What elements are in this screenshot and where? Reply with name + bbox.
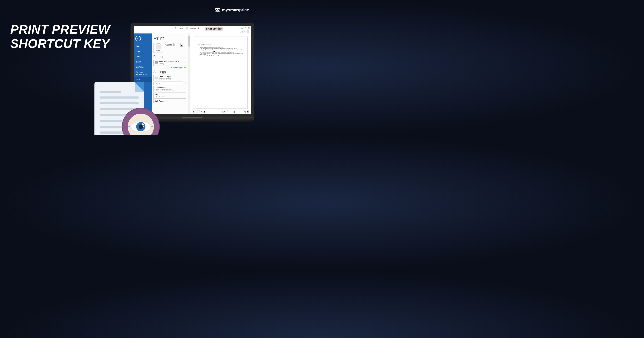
avatar-icon[interactable] (246, 30, 249, 33)
word-main: Print Print Copies: ▲ (152, 33, 251, 114)
window-controls: ? — ▢ ✕ (238, 27, 250, 29)
chevron-down-icon: ▼ (183, 100, 185, 102)
pages-option: Print All Pages (159, 76, 182, 78)
arrow-left-icon: ← (136, 37, 140, 40)
hero-line1: PRINT PREVIEW (10, 22, 110, 36)
print-heading: Print (153, 35, 186, 41)
doc-line: When the print window opens, click the r… (200, 52, 244, 53)
chevron-down-icon: ▼ (183, 95, 185, 96)
zoom-level: 35% (222, 111, 226, 113)
copies-input[interactable] (174, 43, 179, 46)
printer-icon (156, 44, 161, 49)
chevron-down-icon: ▼ (180, 45, 183, 46)
scroll-down-icon: ▼ (188, 111, 190, 114)
preview-panel: 3.2.5 Printing of Documents To print a d… (190, 33, 251, 114)
printer-select[interactable]: Send To OneNote 2013 Ready ▼ (153, 60, 186, 66)
sidebar-item-info[interactable]: Info (134, 44, 152, 49)
zoom-slider[interactable] (230, 112, 242, 112)
laptop-notch (182, 117, 203, 118)
scroll-up-icon: ▲ (188, 33, 190, 36)
sided-option: int One Sided (154, 86, 182, 89)
page-total: of 1 (200, 111, 204, 113)
sided-sub: y print on one side of th... (154, 89, 182, 91)
print-panel: Print Print Copies: ▲ (152, 33, 188, 114)
doc-list: To print a document, choose File ▸ print… (200, 45, 244, 56)
chevron-down-icon: ▼ (183, 62, 185, 64)
zoom-control: 35% − + ▣ (222, 111, 249, 113)
owl-icon (214, 7, 221, 13)
print-button-label: Print (156, 49, 160, 51)
help-button[interactable]: ? (238, 27, 240, 29)
signin-row: Sign in (134, 30, 251, 33)
copies-label: Copies: (166, 44, 172, 46)
signin-link[interactable]: Sign in (240, 31, 246, 33)
scroll-thumb[interactable] (188, 36, 190, 46)
magnifier-icon (122, 108, 160, 135)
minimize-button[interactable]: — (241, 27, 243, 29)
chevron-up-icon: ▲ (180, 43, 183, 45)
hero-line2: SHORTCUT KEY (10, 36, 110, 51)
current-page-input[interactable] (194, 111, 200, 113)
back-button[interactable]: ← (135, 36, 141, 41)
next-page-button[interactable]: ▶ (204, 111, 206, 113)
word-body: ← Info New Open Save Save As Save as Ado… (134, 33, 251, 114)
sidebar-item-open[interactable]: Open (134, 54, 152, 59)
zoom-out-button[interactable]: − (227, 111, 229, 113)
print-button[interactable]: Print (153, 43, 163, 53)
zoom-in-button[interactable]: + (243, 111, 246, 113)
titlebar: Document1 - Microsoft Word ? — ▢ ✕ (134, 26, 251, 30)
print-preview-callout: Print preview (204, 27, 223, 30)
printer-name: Send To OneNote 2013 (159, 61, 182, 63)
sidebar-item-new[interactable]: New (134, 49, 152, 54)
copies-spinner[interactable]: ▲ ▼ (180, 43, 183, 46)
sidebar-item-saveas[interactable]: Save As (134, 64, 152, 69)
pages-sub: The whole thing (159, 78, 182, 80)
printer-status: Ready (159, 63, 182, 65)
collated-select[interactable]: ated 3 1,2,3 1,2,3 ▼ (153, 92, 186, 98)
hero-title: PRINT PREVIEW SHORTCUT KEY (10, 22, 110, 51)
magnifier-illustration (122, 108, 160, 135)
brand-logo: mysmartprice (214, 7, 249, 13)
sidebar-item-save-adobe-pdf[interactable]: Save as Adobe PDF (134, 69, 152, 77)
fit-page-button[interactable]: ▣ (246, 111, 249, 113)
settings-scrollbar[interactable]: ▲ ▼ (188, 33, 190, 114)
callout-arrow-icon (214, 32, 214, 52)
doc-line: To print a specific portion of your docu… (200, 49, 244, 51)
orientation-option: rtrait Orientation (154, 100, 182, 102)
pages-input[interactable] (153, 81, 183, 85)
page-navigation: ◀ of 1 ▶ (192, 111, 206, 113)
doc-line: To print more than one page, enter the n… (200, 53, 244, 55)
svg-point-2 (216, 10, 217, 11)
printer-heading: Printer i (153, 55, 186, 59)
sidebar-item-save[interactable]: Save (134, 59, 152, 64)
doc-line: To print a document, choose File ▸ print… (200, 45, 244, 46)
restore-button[interactable]: ▢ (245, 27, 246, 29)
doc-line: The shortcut key is "Alt + F" ▸ Press W … (200, 55, 244, 56)
printer-device-icon (154, 61, 158, 64)
brand-name: mysmartprice (222, 7, 249, 12)
copies-control: Copies: ▲ ▼ (166, 43, 183, 46)
eye-icon (132, 122, 150, 131)
preview-footer: ◀ of 1 ▶ 35% − + ▣ (190, 110, 251, 114)
prev-page-button[interactable]: ◀ (192, 111, 194, 113)
settings-heading: Settings (153, 70, 186, 74)
collated-sub: 3 1,2,3 1,2,3 (154, 96, 182, 98)
pages-icon (154, 76, 158, 79)
close-button[interactable]: ✕ (248, 27, 250, 29)
one-sided-select[interactable]: int One Sided y print on one side of th.… (153, 86, 186, 92)
doc-line: To print the specific pages that are not… (200, 48, 244, 49)
printer-properties-link[interactable]: Printer Properties (153, 66, 186, 68)
doc-line: Word all the pages of the document will … (200, 47, 244, 48)
page-fold-icon (135, 82, 144, 92)
chevron-down-icon: ▼ (183, 88, 185, 90)
laptop-mockup: Document1 - Microsoft Word ? — ▢ ✕ Sign … (130, 23, 254, 122)
print-pages-select[interactable]: Print All Pages The whole thing ▼ (153, 75, 186, 81)
word-window: Document1 - Microsoft Word ? — ▢ ✕ Sign … (134, 26, 251, 114)
laptop-screen: Document1 - Microsoft Word ? — ▢ ✕ Sign … (130, 23, 254, 117)
info-icon[interactable]: i (184, 81, 186, 84)
svg-point-3 (218, 10, 219, 11)
sidebar-item-print[interactable]: Print (134, 77, 152, 82)
orientation-select[interactable]: rtrait Orientation ▼ (153, 99, 186, 103)
info-icon[interactable]: i (184, 56, 186, 58)
collated-option: ated (154, 93, 182, 96)
